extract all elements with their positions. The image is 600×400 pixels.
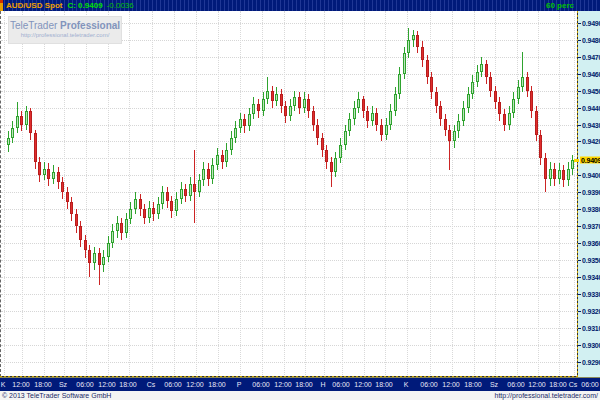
candle [353, 108, 356, 120]
candle [435, 92, 438, 106]
gridline-h [1, 141, 578, 142]
candle [25, 111, 28, 125]
gridline-h [1, 74, 578, 75]
candle [412, 35, 415, 40]
candle [303, 99, 306, 107]
price-axis-label: 0.9300 [582, 341, 600, 348]
price-axis-label: 0.9490 [582, 19, 600, 26]
price-axis-label: 0.9400 [582, 172, 600, 179]
candle [403, 53, 406, 73]
time-axis-label: 06:00 [164, 381, 182, 388]
candle [29, 111, 32, 133]
current-price-label: 0.9409 [580, 157, 600, 164]
gridline-h [1, 209, 578, 210]
candle [184, 189, 187, 196]
candle [498, 102, 501, 114]
gridline-h [1, 277, 578, 278]
candle [385, 125, 388, 135]
price-axis-tick [578, 209, 581, 210]
gridline-v [86, 11, 87, 377]
gridline-h [1, 345, 578, 346]
candle [211, 165, 214, 179]
gridline-v [129, 11, 130, 377]
candle [439, 106, 442, 120]
price-axis-tick [578, 328, 581, 329]
candle [421, 47, 424, 61]
price-axis-tick [578, 40, 581, 41]
candle [339, 145, 342, 159]
time-axis[interactable]: K12:0018:00Sz06:0012:0018:00Cs06:0012:00… [0, 377, 600, 391]
price-axis-tick [578, 294, 581, 295]
price-axis-tick [578, 57, 581, 58]
gridline-h [1, 311, 578, 312]
candle [111, 231, 114, 243]
candle [494, 91, 497, 103]
gridline-v [262, 11, 263, 377]
candle [312, 111, 315, 125]
candle [539, 135, 542, 159]
price-axis-label: 0.9450 [582, 87, 600, 94]
candle [120, 223, 123, 233]
candle [380, 125, 383, 135]
time-axis-label: Sz [490, 381, 498, 388]
candle [284, 106, 287, 116]
gridline-h [1, 125, 578, 126]
time-axis-label: 12:00 [354, 381, 372, 388]
price-axis-label: 0.9430 [582, 121, 600, 128]
candle [180, 189, 183, 199]
candle [193, 184, 196, 192]
candle [407, 40, 410, 54]
candle [325, 150, 328, 162]
candle [330, 162, 333, 172]
price-axis[interactable]: 0.94900.94800.94700.94600.94500.94400.94… [578, 11, 600, 377]
price-axis-label: 0.9320 [582, 307, 600, 314]
time-axis-label: 12:00 [12, 381, 30, 388]
gridline-v [218, 11, 219, 377]
candle [230, 138, 233, 150]
candle [271, 91, 274, 101]
time-axis-label: 06:00 [252, 381, 270, 388]
time-axis-label: 06:00 [76, 381, 94, 388]
candle [248, 114, 251, 126]
gridline-v [324, 11, 325, 377]
candle [444, 119, 447, 129]
gridline-v [452, 11, 453, 377]
candle [170, 201, 173, 211]
price-axis-tick [578, 108, 581, 109]
chart-plot[interactable] [0, 11, 578, 377]
price-axis-tick [578, 226, 581, 227]
gridline-v [22, 11, 23, 377]
candle [134, 199, 137, 209]
price-axis-label: 0.9480 [582, 36, 600, 43]
candle [34, 133, 37, 162]
price-axis-tick [578, 345, 581, 346]
price-axis-label: 0.9380 [582, 206, 600, 213]
time-axis-label: 18:00 [464, 381, 482, 388]
candle [512, 99, 515, 113]
price-axis-label: 0.9440 [582, 104, 600, 111]
time-axis-label: K [1, 381, 6, 388]
teletrader-chart-window: AUD/USD Spot C: 0.9409 -0.0036 60 perc T… [0, 0, 600, 400]
candle [298, 97, 301, 107]
candle [275, 94, 278, 101]
time-axis-label: 18:00 [208, 381, 226, 388]
gridline-v [342, 11, 343, 377]
title-bar[interactable]: AUD/USD Spot C: 0.9409 -0.0036 60 perc [0, 0, 600, 11]
time-axis-label: 12:00 [98, 381, 116, 388]
gridline-h [1, 226, 578, 227]
candle [148, 208, 151, 218]
candle [47, 169, 50, 179]
price-axis-label: 0.9310 [582, 324, 600, 331]
candle [11, 128, 14, 138]
candle [289, 106, 292, 116]
candle [107, 243, 110, 257]
candle [467, 94, 470, 108]
time-axis-label: 12:00 [528, 381, 546, 388]
symbol-label: AUD/USD Spot [6, 0, 62, 11]
time-axis-label: 18:00 [295, 381, 313, 388]
candle [98, 253, 101, 265]
time-axis-label: 18:00 [375, 381, 393, 388]
price-axis-tick [578, 175, 581, 176]
gridline-v [4, 11, 5, 377]
price-axis-label: 0.9390 [582, 189, 600, 196]
